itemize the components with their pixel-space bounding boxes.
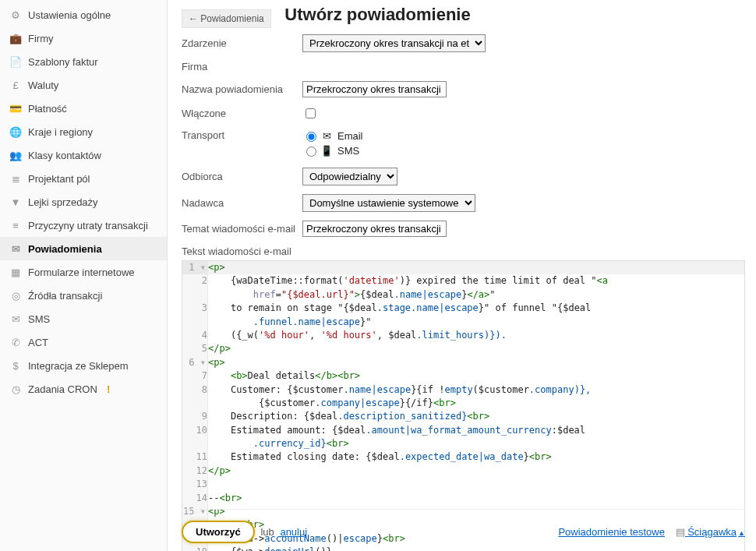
sidebar-item-act[interactable]: ✆ACT xyxy=(0,330,167,354)
recipient-select[interactable]: Odpowiedzialny xyxy=(302,168,397,185)
transport-email-radio[interactable] xyxy=(306,132,316,142)
book-icon: ▤ xyxy=(676,526,688,538)
main-panel: ← Powiadomienia Utwórz powiadomienie Zda… xyxy=(168,0,756,551)
company-label: Firma xyxy=(182,61,302,72)
footer: Utworzyć lub anuluj Powiadomienie testow… xyxy=(182,509,745,543)
dollar-icon: $ xyxy=(9,359,22,372)
enabled-label: Włączone xyxy=(182,108,302,119)
body-label: Tekst wiadomości e-mail xyxy=(182,245,302,257)
target-icon: ◎ xyxy=(9,289,22,302)
gear-icon: ⚙ xyxy=(9,9,22,21)
transport-label: Transport xyxy=(182,129,302,141)
code-editor[interactable]: 1 ▾<p> 2 {waDateTime::format('datetime')… xyxy=(182,260,745,551)
mail-icon: ✉ xyxy=(9,242,22,255)
sidebar-item-cron[interactable]: ◷Zadania CRON! xyxy=(0,377,167,401)
sidebar-item-klasy-kontaktow[interactable]: 👥Klasy kontaktów xyxy=(0,143,167,167)
name-input[interactable] xyxy=(302,81,447,97)
pound-icon: £ xyxy=(9,79,22,91)
enabled-checkbox[interactable] xyxy=(306,108,316,118)
sidebar-item-zrodla[interactable]: ◎Źródła transakcji xyxy=(0,284,167,307)
warning-icon: ! xyxy=(107,383,110,395)
sidebar-item-waluty[interactable]: £Waluty xyxy=(0,73,167,97)
subject-input[interactable] xyxy=(302,221,447,237)
email-icon: ✉ xyxy=(320,130,333,142)
cheatsheet-link[interactable]: ▤ Ściągawka▲ xyxy=(676,526,745,538)
back-link[interactable]: ← Powiadomienia xyxy=(182,9,271,28)
sidebar-item-powiadomienia[interactable]: ✉Powiadomienia xyxy=(0,237,167,260)
sidebar-item-przyczyny[interactable]: ≡Przyczyny utraty transakcji xyxy=(0,214,167,237)
sidebar-item-ustawienia-ogolne[interactable]: ⚙Ustawienia ogólne xyxy=(0,3,167,26)
people-icon: 👥 xyxy=(9,149,22,161)
test-notification-link[interactable]: Powiadomienie testowe xyxy=(558,526,665,538)
recipient-label: Odbiorca xyxy=(182,171,302,182)
clock-icon: ◷ xyxy=(9,383,22,395)
sidebar-item-integracja[interactable]: $Integracja ze Sklepem xyxy=(0,354,167,377)
document-icon: 📄 xyxy=(9,55,22,68)
sidebar-item-kraje[interactable]: 🌐Kraje i regiony xyxy=(0,120,167,143)
sidebar-item-lejki[interactable]: ▼Lejki sprzedaży xyxy=(0,190,167,214)
event-label: Zdarzenie xyxy=(182,37,302,49)
cancel-link[interactable]: anuluj xyxy=(280,526,307,538)
globe-icon: 🌐 xyxy=(9,125,22,138)
caret-up-icon: ▲ xyxy=(738,529,745,537)
sidebar-item-firmy[interactable]: 💼Firmy xyxy=(0,26,167,50)
list-icon: ≡ xyxy=(9,219,22,231)
page-title: Utwórz powiadomienie xyxy=(284,5,470,25)
sender-select[interactable]: Domyślne ustawienie systemowe xyxy=(302,194,475,212)
sidebar-item-projektant-pol[interactable]: ≣Projektant pól xyxy=(0,167,167,190)
event-select[interactable]: Przekroczony okres transakcji na etapie xyxy=(302,34,486,52)
sms-icon: ✉ xyxy=(9,313,22,325)
sidebar: ⚙Ustawienia ogólne 💼Firmy 📄Szablony fakt… xyxy=(0,0,168,551)
funnel-icon: ▼ xyxy=(9,196,22,208)
sidebar-item-szablony-faktur[interactable]: 📄Szablony faktur xyxy=(0,50,167,73)
grid-icon: ▦ xyxy=(9,266,22,278)
layers-icon: ≣ xyxy=(9,172,22,185)
sidebar-item-platnosc[interactable]: 💳Płatność xyxy=(0,97,167,120)
sidebar-item-sms[interactable]: ✉SMS xyxy=(0,307,167,330)
sender-label: Nadawca xyxy=(182,197,302,209)
briefcase-icon: 💼 xyxy=(9,32,22,44)
phone-icon: ✆ xyxy=(9,336,22,348)
sidebar-item-formularze[interactable]: ▦Formularze internetowe xyxy=(0,260,167,284)
create-button[interactable]: Utworzyć xyxy=(182,521,255,543)
card-icon: 💳 xyxy=(9,102,22,115)
subject-label: Temat wiadomości e-mail xyxy=(182,223,302,235)
transport-sms-radio[interactable] xyxy=(306,147,316,157)
sms-small-icon: 📱 xyxy=(320,145,333,157)
name-label: Nazwa powiadomienia xyxy=(182,83,302,95)
